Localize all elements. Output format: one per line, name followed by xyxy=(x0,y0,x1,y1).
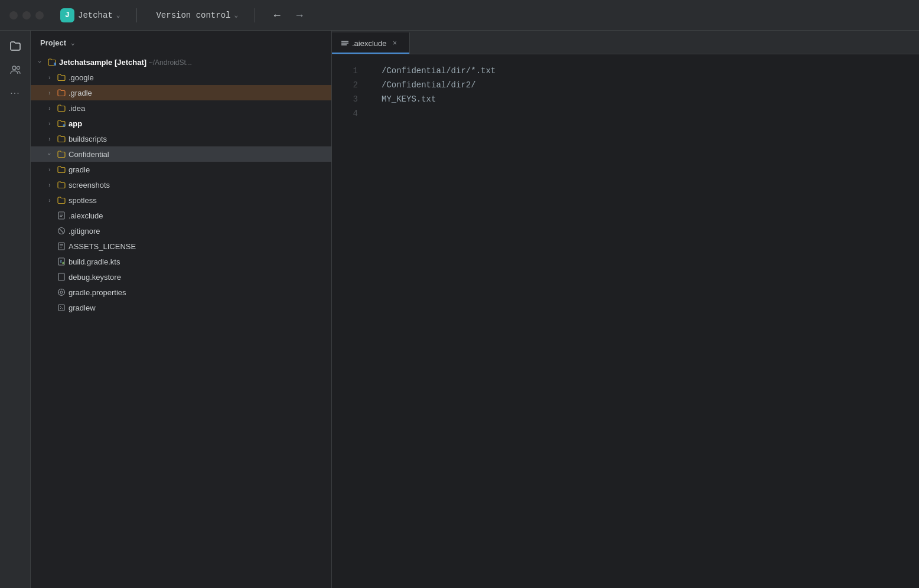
buildscripts-folder-icon xyxy=(57,134,66,143)
tab-aiexclude[interactable]: .aiexclude × xyxy=(332,32,410,54)
gradlew-file-icon xyxy=(57,303,66,312)
project-dropdown-button[interactable]: J Jetchat ⌄ xyxy=(56,6,125,25)
idea-expand-arrow: › xyxy=(45,103,54,113)
traffic-lights xyxy=(9,11,44,19)
gitignore-file-icon xyxy=(57,226,66,236)
file-tree[interactable]: › Jetchatsample [Jetchat] ~/AndroidSt...… xyxy=(31,54,331,588)
sidebar-item-debug-keystore[interactable]: › debug.keystore xyxy=(31,269,331,285)
titlebar: J Jetchat ⌄ Version control ⌄ ← → xyxy=(0,0,919,31)
svg-point-1 xyxy=(17,67,19,70)
sidebar-chevron-icon: ⌄ xyxy=(71,39,75,47)
version-control-button[interactable]: Version control ⌄ xyxy=(151,8,243,22)
debug-keystore-file-icon xyxy=(57,272,66,282)
sidebar-item-spotless[interactable]: › spotless xyxy=(31,192,331,208)
line-numbers: 1 2 3 4 xyxy=(332,54,367,588)
sidebar-item-aiexclude[interactable]: › .aiexclude xyxy=(31,208,331,223)
sidebar-item-buildscripts[interactable]: › buildscripts xyxy=(31,131,331,146)
sidebar-item-assets-license[interactable]: › ASSETS_LICENSE xyxy=(31,239,331,254)
app-label: app xyxy=(69,119,331,128)
gradle-folder-icon xyxy=(57,165,66,174)
main-layout: ··· Project ⌄ › Jetchatsample [Jetchat] xyxy=(0,31,919,588)
gradle-properties-label: gradle.properties xyxy=(69,288,331,297)
version-control-chevron-icon: ⌄ xyxy=(234,11,238,19)
aiexclude-file-icon xyxy=(57,211,66,220)
tab-aiexclude-label: .aiexclude xyxy=(352,39,387,48)
project-icon: J xyxy=(60,8,74,22)
activity-team-button[interactable] xyxy=(5,59,26,80)
gradle-expand-arrow: › xyxy=(45,165,54,174)
back-button[interactable]: ← xyxy=(267,8,287,23)
gradle-hidden-expand-arrow: › xyxy=(45,88,54,97)
app-folder-icon xyxy=(57,119,66,128)
titlebar-separator xyxy=(136,8,137,22)
minimize-button[interactable] xyxy=(22,11,31,19)
idea-label: .idea xyxy=(69,104,331,113)
sidebar-item-google[interactable]: › .google xyxy=(31,70,331,85)
gradlew-label: gradlew xyxy=(69,303,331,312)
tab-close-button[interactable]: × xyxy=(390,38,400,48)
activity-more-button[interactable]: ··· xyxy=(5,83,26,104)
code-line-3: MY_KEYS.txt xyxy=(382,92,919,106)
maximize-button[interactable] xyxy=(35,11,44,19)
svg-point-17 xyxy=(58,289,65,296)
line-number-1: 1 xyxy=(332,64,367,78)
line-number-4: 4 xyxy=(332,106,367,120)
aiexclude-label: .aiexclude xyxy=(69,211,331,220)
project-name-label: Jetchat xyxy=(78,11,113,20)
confidential-expand-arrow: › xyxy=(45,149,54,159)
gradle-label: gradle xyxy=(69,165,331,174)
tree-root-project[interactable]: › Jetchatsample [Jetchat] ~/AndroidSt... xyxy=(31,54,331,70)
line-number-3: 3 xyxy=(332,92,367,106)
sidebar-item-idea[interactable]: › .idea xyxy=(31,100,331,116)
line-number-2: 2 xyxy=(332,78,367,92)
project-chevron-icon: ⌄ xyxy=(116,11,120,19)
svg-line-9 xyxy=(60,229,64,233)
root-expand-arrow: › xyxy=(35,57,45,67)
sidebar-item-gitignore[interactable]: › .gitignore xyxy=(31,223,331,239)
gitignore-label: .gitignore xyxy=(69,227,331,236)
code-content[interactable]: /Confidential/dir/*.txt /Confidential/di… xyxy=(367,54,919,588)
close-button[interactable] xyxy=(9,11,18,19)
users-icon xyxy=(9,64,21,76)
buildscripts-label: buildscripts xyxy=(69,135,331,143)
svg-point-18 xyxy=(60,291,63,293)
svg-point-0 xyxy=(12,66,16,70)
screenshots-label: screenshots xyxy=(69,181,331,190)
gradle-properties-file-icon xyxy=(57,288,66,297)
spotless-folder-icon xyxy=(57,195,66,205)
activity-bar: ··· xyxy=(0,31,31,588)
screenshots-folder-icon xyxy=(57,180,66,190)
sidebar-item-gradle-hidden[interactable]: › .gradle xyxy=(31,85,331,100)
sidebar-item-gradlew[interactable]: › gradlew xyxy=(31,300,331,315)
root-folder-icon xyxy=(47,57,57,67)
version-control-label: Version control xyxy=(156,11,230,20)
sidebar-title: Project xyxy=(40,38,66,47)
navigation-buttons: ← → xyxy=(267,8,309,23)
more-icon: ··· xyxy=(10,88,19,99)
google-folder-icon xyxy=(57,73,66,82)
titlebar-separator-2 xyxy=(255,8,255,22)
app-expand-arrow: › xyxy=(45,119,54,128)
sidebar: Project ⌄ › Jetchatsample [Jetchat] ~/An… xyxy=(31,31,332,588)
root-project-name: Jetchatsample [Jetchat] ~/AndroidSt... xyxy=(59,58,331,67)
gradle-hidden-folder-icon xyxy=(57,88,66,97)
sidebar-item-confidential[interactable]: › Confidential xyxy=(31,146,331,162)
forward-button[interactable]: → xyxy=(289,8,309,23)
activity-folder-button[interactable] xyxy=(5,35,26,57)
svg-rect-3 xyxy=(63,125,66,127)
sidebar-item-gradle[interactable]: › gradle xyxy=(31,162,331,177)
sidebar-item-gradle-properties[interactable]: › gradle.properties xyxy=(31,285,331,300)
sidebar-item-app[interactable]: › app xyxy=(31,116,331,131)
sidebar-item-build-gradle[interactable]: › build.gradle.kts xyxy=(31,254,331,269)
build-gradle-file-icon xyxy=(57,257,66,266)
sidebar-header: Project ⌄ xyxy=(31,31,331,54)
svg-rect-16 xyxy=(58,273,64,280)
sidebar-item-screenshots[interactable]: › screenshots xyxy=(31,177,331,192)
spotless-expand-arrow: › xyxy=(45,195,54,205)
confidential-label: Confidential xyxy=(69,150,331,159)
google-label: .google xyxy=(69,73,331,82)
spotless-label: spotless xyxy=(69,196,331,205)
code-line-2: /Confidential/dir2/ xyxy=(382,78,919,92)
folder-icon xyxy=(9,40,21,52)
build-gradle-label: build.gradle.kts xyxy=(69,257,331,266)
